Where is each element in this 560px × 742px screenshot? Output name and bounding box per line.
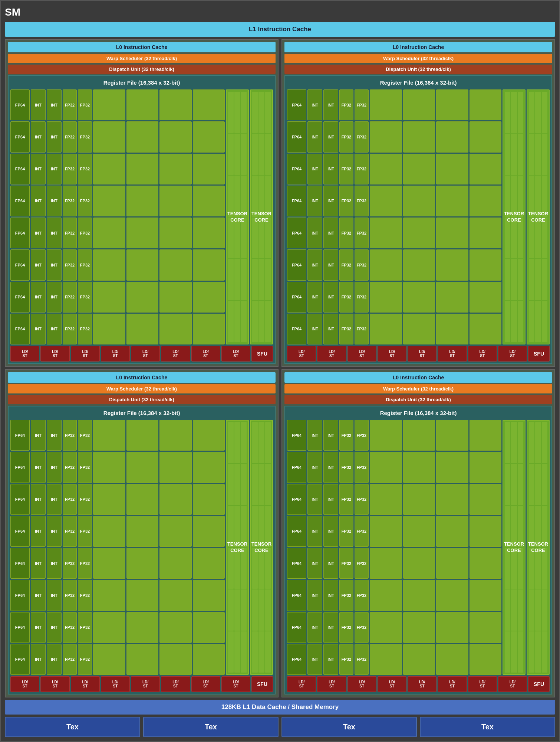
fp32-unit: FP32 (339, 484, 353, 515)
fp32-unit: FP32 (78, 121, 92, 152)
green-unit (370, 249, 402, 280)
int-unit: INT (31, 218, 46, 248)
green-unit (126, 314, 159, 344)
fp64-unit: FP64 (287, 249, 306, 280)
fp32-unit: FP32 (78, 89, 92, 120)
fp64-unit: FP64 (10, 484, 30, 515)
tensor-core-label: TENSOR CORE (504, 211, 524, 223)
int-unit: INT (307, 121, 322, 152)
compute-row: FP64 INT INT FP32 FP32 (10, 154, 225, 184)
int-unit: INT (47, 420, 62, 451)
green-unit (436, 548, 468, 579)
fp32-unit: FP32 (63, 314, 77, 344)
ldst-unit: LD/ST (347, 346, 376, 362)
fp32-unit: FP32 (78, 612, 92, 643)
ldst-unit: LD/ST (71, 346, 100, 362)
green-unit (93, 314, 125, 344)
fp32-unit: FP32 (63, 154, 77, 184)
quadrant-4: L0 Instruction Cache Warp Scheduler (32 … (281, 369, 555, 697)
green-unit (436, 282, 468, 313)
fp64-unit: FP64 (10, 580, 30, 611)
green-unit (126, 89, 159, 120)
green-unit (436, 186, 468, 216)
green-unit (470, 89, 502, 120)
compute-row: FP64 INT INT FP32 FP32 (287, 121, 501, 152)
green-unit (93, 580, 125, 611)
green-unit (470, 420, 502, 451)
ldst-unit: LD/ST (408, 676, 437, 692)
fp64-unit: FP64 (287, 452, 306, 483)
fp32-unit: FP32 (78, 548, 92, 579)
register-file-title-q1: Register File (16,384 x 32-bit) (10, 78, 273, 88)
green-unit (193, 154, 225, 184)
fp32-unit: FP32 (339, 314, 353, 344)
ldst-unit: LD/ST (71, 676, 100, 692)
fp64-unit: FP64 (10, 314, 30, 344)
green-unit (403, 548, 435, 579)
green-unit (93, 89, 125, 120)
bottom-section: 128KB L1 Data Cache / Shared Memory Tex … (5, 700, 555, 737)
compute-row: FP64 INT INT FP32 FP32 (10, 282, 225, 313)
compute-row: FP64 INT INT FP32 FP32 (10, 484, 225, 515)
compute-row: FP64 INT INT FP32 FP32 (287, 154, 501, 184)
fp32-unit: FP32 (339, 580, 353, 611)
warp-scheduler-q3: Warp Scheduler (32 thread/clk) (8, 384, 276, 393)
green-unit (470, 218, 502, 248)
ldst-unit: LD/ST (221, 346, 250, 362)
quadrant-3: L0 Instruction Cache Warp Scheduler (32 … (5, 369, 279, 697)
int-unit: INT (31, 644, 46, 675)
int-unit: INT (307, 420, 322, 451)
green-unit (436, 580, 468, 611)
int-unit: INT (31, 89, 46, 120)
int-unit: INT (31, 154, 46, 184)
fp32-unit: FP32 (355, 452, 369, 483)
compute-row: FP64 INT INT FP32 FP32 (10, 420, 225, 451)
green-unit (126, 282, 159, 313)
fp32-unit: FP32 (339, 218, 353, 248)
green-unit (403, 282, 435, 313)
fp32-unit: FP32 (339, 452, 353, 483)
green-unit (470, 484, 502, 515)
green-unit (193, 314, 225, 344)
fp64-unit: FP64 (287, 644, 306, 675)
compute-row: FP64 INT INT FP32 FP32 (287, 282, 501, 313)
fp32-unit: FP32 (78, 249, 92, 280)
int-unit: INT (323, 612, 338, 643)
fp32-unit: FP32 (339, 420, 353, 451)
compute-row: FP64 INT INT FP32 FP32 (10, 516, 225, 547)
warp-scheduler-q1: Warp Scheduler (32 thread/clk) (8, 54, 276, 63)
fp64-unit: FP64 (287, 89, 306, 120)
int-unit: INT (323, 282, 338, 313)
compute-row: FP64 INT INT FP32 FP32 (287, 186, 501, 216)
warp-scheduler-q2: Warp Scheduler (32 thread/clk) (284, 54, 552, 63)
green-unit (126, 420, 159, 451)
compute-row: FP64 INT INT FP32 FP32 (287, 314, 501, 344)
green-unit (159, 314, 192, 344)
green-unit (93, 548, 125, 579)
tensor-core-q3-1: TENSOR CORE (226, 420, 249, 675)
tex-unit-3: Tex (281, 717, 417, 737)
green-unit (403, 218, 435, 248)
fp32-unit: FP32 (63, 580, 77, 611)
fp64-unit: FP64 (10, 218, 30, 248)
fp32-unit: FP32 (355, 249, 369, 280)
fp32-unit: FP32 (63, 484, 77, 515)
fp32-unit: FP32 (78, 282, 92, 313)
fp32-unit: FP32 (339, 154, 353, 184)
fp32-unit: FP32 (355, 548, 369, 579)
fp32-unit: FP32 (63, 89, 77, 120)
green-unit (470, 548, 502, 579)
register-file-q2: Register File (16,384 x 32-bit) FP64 INT… (284, 75, 552, 364)
green-unit (470, 282, 502, 313)
green-unit (93, 484, 125, 515)
fp32-unit: FP32 (355, 420, 369, 451)
int-unit: INT (47, 249, 62, 280)
fp32-unit: FP32 (78, 314, 92, 344)
fp64-unit: FP64 (10, 121, 30, 152)
compute-row: FP64 INT INT FP32 FP32 (287, 580, 501, 611)
int-unit: INT (31, 548, 46, 579)
green-unit (403, 612, 435, 643)
int-unit: INT (307, 314, 322, 344)
fp32-unit: FP32 (355, 121, 369, 152)
green-unit (93, 452, 125, 483)
